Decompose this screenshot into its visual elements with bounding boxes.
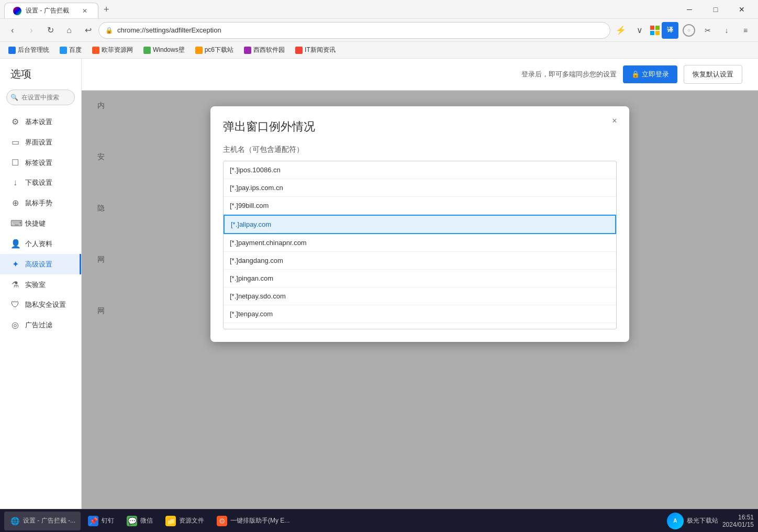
sidebar-item-ui[interactable]: ▭ 界面设置: [0, 132, 81, 152]
sidebar-item-profile[interactable]: 👤 个人资料: [0, 234, 81, 254]
bookmark-label: 西西软件园: [253, 46, 285, 54]
taskbar-item-wechat[interactable]: 💬 微信: [121, 512, 158, 530]
taskbar-item-files[interactable]: 📁 资源文件: [160, 512, 209, 530]
system-tray[interactable]: 16:51 2024/01/15: [722, 514, 754, 528]
tab-close-button[interactable]: ✕: [80, 6, 90, 16]
domain-item-4[interactable]: [*.]payment.chinapnr.com: [224, 234, 616, 252]
taskbar-browser-label: 设置 - 广告拦截 -...: [23, 516, 75, 525]
bookmark-item-guanli[interactable]: 后台管理统: [4, 43, 53, 57]
modal-subtitle: 主机名（可包含通配符）: [223, 145, 617, 154]
taskbar-dingding-label: 钉钉: [102, 516, 114, 525]
download-button[interactable]: ↓: [718, 22, 735, 39]
modal-close-button[interactable]: ×: [608, 115, 621, 127]
taskbar-dingding-icon: 📌: [88, 516, 98, 526]
taskbar-browser-icon: 🌐: [9, 516, 20, 526]
adblock-icon[interactable]: ○: [681, 22, 697, 39]
settings-sidebar: 选项 🔍 ⚙ 基本设置 ▭ 界面设置 ☐ 标签设置: [0, 59, 82, 509]
sidebar-item-download[interactable]: ↓ 下载设置: [0, 173, 81, 193]
domain-item-5[interactable]: [*.]dangdang.com: [224, 252, 616, 270]
taskbar-files-icon: 📁: [165, 516, 176, 526]
domain-item-8[interactable]: [*.]tenpay.com: [224, 305, 616, 323]
sidebar-item-basic[interactable]: ⚙ 基本设置: [0, 112, 81, 132]
sidebar-item-advanced[interactable]: ✦ 高级设置: [0, 254, 81, 274]
win-sq-red: [650, 26, 654, 30]
extensions-dropdown[interactable]: ∨: [631, 22, 648, 39]
active-tab[interactable]: 设置 - 广告拦截 ✕: [4, 3, 98, 18]
sidebar-item-tabs[interactable]: ☐ 标签设置: [0, 152, 81, 173]
history-back-button[interactable]: ↩: [80, 22, 96, 39]
close-button[interactable]: ✕: [730, 0, 754, 19]
windows-logo-icon[interactable]: [650, 26, 660, 35]
sidebar-item-label: 下载设置: [25, 178, 52, 187]
sidebar-item-label: 标签设置: [25, 158, 52, 168]
scissors-icon[interactable]: ✂: [699, 22, 716, 39]
aurora-download[interactable]: A 极光下载站: [667, 513, 718, 529]
translate-button[interactable]: 译: [662, 22, 678, 39]
bookmark-icon-it: [295, 47, 303, 54]
minimize-button[interactable]: ─: [677, 0, 701, 19]
content-wrapper: 登录后，即可多端同步您的设置 🔒 立即登录 恢复默认设置 内 安 隐: [82, 59, 758, 509]
bookmark-item-it[interactable]: IT新闻资讯: [291, 43, 340, 57]
content-area: 内 安 隐 网 网: [82, 91, 758, 509]
back-button[interactable]: ‹: [4, 22, 21, 39]
sidebar-item-shortcuts[interactable]: ⌨ 快捷键: [0, 213, 81, 234]
maximize-button[interactable]: □: [704, 0, 728, 19]
search-icon: 🔍: [10, 94, 18, 101]
sidebar-item-label: 个人资料: [25, 239, 52, 249]
domain-item-2[interactable]: [*.]99bill.com: [224, 197, 616, 215]
sidebar-item-mouse[interactable]: ⊕ 鼠标手势: [0, 193, 81, 213]
address-text: chrome://settings/adfilterException: [117, 26, 604, 34]
home-button[interactable]: ⌂: [61, 22, 77, 39]
adblock-circle-icon: ○: [683, 24, 695, 37]
domain-item-7[interactable]: [*.]netpay.sdo.com: [224, 287, 616, 305]
sidebar-item-lab[interactable]: ⚗ 实验室: [0, 274, 81, 295]
domain-item-6[interactable]: [*.]pingan.com: [224, 270, 616, 287]
domain-item-3[interactable]: [*.]alipay.com: [224, 215, 616, 234]
search-box: 🔍: [6, 90, 75, 105]
domain-item-1[interactable]: [*.]pay.ips.com.cn: [224, 179, 616, 197]
domain-item-0[interactable]: [*.]ipos.10086.cn: [224, 161, 616, 179]
bookmark-item-oufei[interactable]: 欧菲资源网: [88, 43, 137, 57]
domain-list-scroll[interactable]: [*.]ipos.10086.cn [*.]pay.ips.com.cn [*.…: [224, 161, 616, 329]
modal-title: 弹出窗口例外情况: [223, 119, 617, 135]
bookmark-item-pc6[interactable]: pc6下载站: [191, 43, 238, 57]
address-bar[interactable]: 🔒 chrome://settings/adfilterException: [98, 22, 610, 39]
reload-button[interactable]: ↻: [42, 22, 59, 39]
sidebar-item-privacy[interactable]: 🛡 隐私安全设置: [0, 295, 81, 315]
keyboard-icon: ⌨: [10, 218, 20, 228]
forward-button[interactable]: ›: [23, 22, 40, 39]
bookmark-label: Windows壁: [153, 46, 185, 54]
taskbar-item-dingding[interactable]: 📌 钉钉: [83, 512, 119, 530]
modal-overlay: 弹出窗口例外情况 × 主机名（可包含通配符） [*.]ipos.10086.cn…: [82, 91, 758, 509]
login-button[interactable]: 🔒 立即登录: [623, 65, 677, 83]
bookmark-icon-windows: [143, 47, 151, 54]
header-bar: 登录后，即可多端同步您的设置 🔒 立即登录 恢复默认设置: [82, 59, 758, 91]
bookmark-icon-xixi: [244, 47, 251, 54]
domain-item-9[interactable]: [*.]pay.soopay.net: [224, 323, 616, 329]
menu-button[interactable]: ≡: [737, 22, 754, 39]
sidebar-item-label: 快捷键: [25, 219, 46, 228]
sidebar-item-label: 实验室: [25, 280, 46, 290]
taskbar-typeset-icon: ⚙: [217, 516, 227, 526]
taskbar-item-typeset[interactable]: ⚙ 一键排版助手(My E...: [211, 512, 295, 530]
taskbar-typeset-label: 一键排版助手(My E...: [230, 516, 289, 525]
extensions-button[interactable]: ⚡: [612, 22, 629, 39]
bookmark-label: 欧菲资源网: [102, 46, 133, 54]
sidebar-item-label: 界面设置: [25, 138, 52, 147]
bookmark-item-baidu[interactable]: 百度: [55, 43, 86, 57]
shield-icon: 🛡: [10, 300, 20, 309]
bookmark-item-windows[interactable]: Windows壁: [139, 43, 189, 57]
new-tab-button[interactable]: +: [98, 1, 115, 18]
mouse-icon: ⊕: [10, 198, 20, 208]
taskbar-item-browser[interactable]: 🌐 设置 - 广告拦截 -...: [4, 512, 81, 530]
taskbar-wechat-icon: 💬: [127, 516, 137, 526]
bookmark-item-xixi[interactable]: 西西软件园: [240, 43, 289, 57]
domain-list: [*.]ipos.10086.cn [*.]pay.ips.com.cn [*.…: [223, 161, 617, 329]
person-icon: 👤: [10, 239, 20, 249]
win-sq-yellow: [655, 31, 660, 35]
sidebar-item-adfilter[interactable]: ◎ 广告过滤: [0, 315, 81, 335]
restore-defaults-button[interactable]: 恢复默认设置: [684, 65, 742, 84]
tab-label: 设置 - 广告拦截: [26, 6, 76, 15]
bookmark-label: 百度: [69, 46, 82, 54]
taskbar-date: 2024/01/15: [722, 521, 754, 528]
